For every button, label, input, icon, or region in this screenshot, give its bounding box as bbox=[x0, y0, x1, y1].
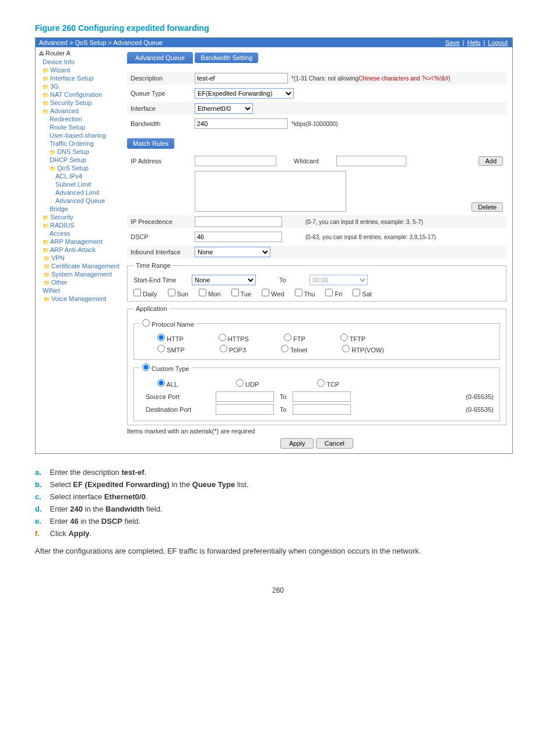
inbound-label: Inbound Interface bbox=[131, 249, 195, 256]
sidebar: Router A Device Info Wizard Interface Se… bbox=[36, 47, 120, 453]
sidebar-item-bridge[interactable]: Bridge bbox=[39, 205, 120, 213]
application-fieldset: Application Protocol Name HTTP HTTPS FTP… bbox=[127, 305, 506, 425]
to-label-2: To bbox=[280, 393, 287, 400]
sidebar-item-access[interactable]: Access bbox=[39, 229, 120, 237]
telnet-radio[interactable]: Telnet bbox=[281, 345, 307, 354]
sidebar-item-security-setup[interactable]: Security Setup bbox=[39, 99, 120, 107]
sidebar-item-dhcp[interactable]: DHCP Setup bbox=[39, 156, 120, 164]
sidebar-item-voice[interactable]: Voice Management bbox=[39, 295, 120, 303]
ip-input[interactable] bbox=[195, 156, 276, 166]
all-radio[interactable]: ALL bbox=[157, 379, 178, 388]
pop3-radio[interactable]: POP3 bbox=[220, 345, 246, 354]
sidebar-item-interface-setup[interactable]: Interface Setup bbox=[39, 74, 120, 82]
interface-label: Interface bbox=[131, 105, 195, 112]
logout-link[interactable]: Logout bbox=[488, 39, 508, 46]
sidebar-item-traffic-ordering[interactable]: Traffic Ordering bbox=[39, 139, 120, 148]
end-time-select[interactable]: 00:00 bbox=[309, 275, 368, 285]
precedence-label: IP Precedence bbox=[131, 218, 195, 225]
required-hint: Items marked with an asterisk(*) are req… bbox=[127, 428, 506, 435]
sidebar-item-radius[interactable]: RADIUS bbox=[39, 221, 120, 229]
sidebar-item-arp-anti[interactable]: ARP Anti-Attack bbox=[39, 246, 120, 254]
content-area: Advanced Queue Bandwidth Setting Descrip… bbox=[120, 47, 512, 453]
tftp-radio[interactable]: TFTP bbox=[340, 334, 365, 342]
bandwidth-hint: *kbps(8-1000000) bbox=[291, 121, 338, 127]
after-text: After the configurations are completed, … bbox=[35, 546, 521, 557]
sidebar-item-redirection[interactable]: Redirection bbox=[39, 115, 120, 123]
sidebar-item-arp-mgmt[interactable]: ARP Management bbox=[39, 237, 120, 246]
sidebar-item-winet[interactable]: WiNet bbox=[39, 286, 120, 295]
cancel-button[interactable]: Cancel bbox=[316, 438, 353, 449]
https-radio[interactable]: HTTPS bbox=[219, 334, 249, 342]
start-time-select[interactable]: None bbox=[192, 275, 256, 285]
sidebar-item-advanced[interactable]: Advanced bbox=[39, 107, 120, 115]
wildcard-label: Wildcard bbox=[294, 158, 319, 164]
sidebar-item-3g[interactable]: 3G bbox=[39, 82, 120, 90]
dscp-input[interactable] bbox=[195, 232, 282, 242]
fri-check[interactable]: Fri bbox=[325, 289, 342, 298]
thu-check[interactable]: Thu bbox=[295, 289, 315, 298]
udp-radio[interactable]: UDP bbox=[236, 379, 259, 388]
custom-fieldset: Custom Type ALL UDP TCP Source Port To (… bbox=[133, 363, 500, 421]
dst-port-to[interactable] bbox=[293, 404, 351, 415]
sidebar-item-nat[interactable]: NAT Configuration bbox=[39, 90, 120, 99]
precedence-hint: (0-7, you can input 8 entries, example: … bbox=[305, 219, 423, 225]
to-label: To bbox=[279, 276, 286, 284]
header-links: Save | Help | Logout bbox=[444, 39, 509, 46]
ip-label: IP Address bbox=[131, 158, 195, 164]
application-legend: Application bbox=[133, 305, 170, 312]
sidebar-item-dns[interactable]: DNS Setup bbox=[39, 148, 120, 156]
save-link[interactable]: Save bbox=[445, 39, 460, 46]
sat-check[interactable]: Sat bbox=[353, 289, 372, 298]
sidebar-item-system[interactable]: System Management bbox=[39, 270, 120, 278]
src-port-to[interactable] bbox=[293, 391, 351, 402]
tab-advanced-queue[interactable]: Advanced Queue bbox=[127, 52, 193, 64]
sidebar-item-user-sharing[interactable]: User-based-sharing bbox=[39, 131, 120, 139]
sidebar-item-subnet-limit[interactable]: Subnet Limit bbox=[39, 180, 120, 188]
sidebar-item-acl[interactable]: ACL IPv4 bbox=[39, 172, 120, 180]
help-link[interactable]: Help bbox=[467, 39, 481, 46]
to-label-3: To bbox=[280, 406, 287, 413]
queue-type-select[interactable]: EF(Expedited Forwarding) bbox=[195, 88, 294, 99]
sidebar-item-adv-queue[interactable]: Advanced Queue bbox=[39, 197, 120, 205]
dst-port-from[interactable] bbox=[216, 404, 274, 415]
ftp-radio[interactable]: FTP bbox=[284, 334, 305, 342]
sidebar-item-wizard[interactable]: Wizard bbox=[39, 66, 120, 74]
mon-check[interactable]: Mon bbox=[199, 289, 220, 298]
tcp-radio[interactable]: TCP bbox=[317, 379, 339, 388]
delete-button[interactable]: Delete bbox=[471, 202, 503, 212]
figure-title: Figure 260 Configuring expedited forward… bbox=[35, 23, 521, 33]
sidebar-item-security[interactable]: Security bbox=[39, 213, 120, 221]
description-input[interactable] bbox=[195, 73, 288, 83]
rtp-radio[interactable]: RTP(VOW) bbox=[342, 345, 383, 354]
apply-button[interactable]: Apply bbox=[280, 438, 314, 449]
src-port-from[interactable] bbox=[216, 391, 274, 402]
bandwidth-input[interactable] bbox=[195, 118, 288, 129]
sidebar-item-cert[interactable]: Certificate Management bbox=[39, 262, 120, 270]
interface-select[interactable]: Ethernet0/0 bbox=[195, 103, 253, 114]
wildcard-input[interactable] bbox=[336, 156, 406, 166]
sidebar-item-qos[interactable]: QoS Setup bbox=[39, 164, 120, 172]
dst-port-range: (0-65535) bbox=[466, 406, 494, 413]
http-radio[interactable]: HTTP bbox=[157, 334, 184, 342]
instruction-list: a. Enter the description test-ef. b. Sel… bbox=[35, 468, 521, 538]
sidebar-root[interactable]: Router A bbox=[39, 50, 120, 57]
add-button[interactable]: Add bbox=[478, 156, 503, 166]
timerange-fieldset: Time Range Start-End Time None To 00:00 … bbox=[127, 262, 506, 302]
inbound-select[interactable]: None bbox=[195, 247, 270, 257]
custom-legend[interactable]: Custom Type bbox=[140, 363, 192, 372]
precedence-input[interactable] bbox=[195, 216, 282, 227]
smtp-radio[interactable]: SMTP bbox=[157, 345, 185, 354]
sidebar-item-other[interactable]: Other bbox=[39, 278, 120, 286]
protocol-legend[interactable]: Protocol Name bbox=[140, 319, 196, 328]
sidebar-item-route-setup[interactable]: Route Setup bbox=[39, 123, 120, 131]
sidebar-item-adv-limit[interactable]: Advanced Limit bbox=[39, 188, 120, 197]
section-match: Match Rules bbox=[127, 138, 174, 149]
sidebar-item-device-info[interactable]: Device Info bbox=[39, 58, 120, 66]
sun-check[interactable]: Sun bbox=[168, 289, 189, 298]
daily-check[interactable]: Daily bbox=[133, 289, 157, 298]
queue-type-label: Queue Type bbox=[131, 90, 195, 97]
sidebar-item-vpn[interactable]: VPN bbox=[39, 254, 120, 262]
tue-check[interactable]: Tue bbox=[231, 289, 251, 298]
ip-list-box[interactable] bbox=[195, 171, 346, 212]
wed-check[interactable]: Wed bbox=[262, 289, 284, 298]
